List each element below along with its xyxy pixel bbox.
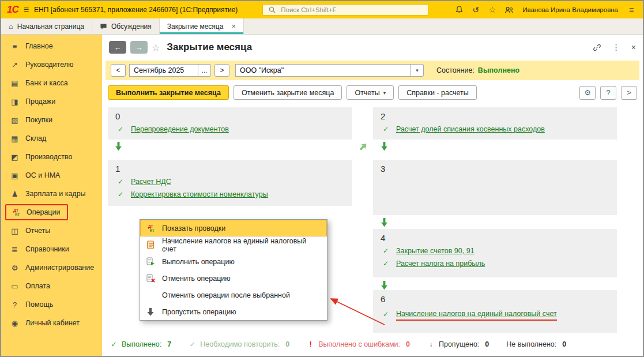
operation-link-income-tax[interactable]: Расчет налога на прибыль — [396, 260, 485, 268]
menu-item-skip-operation[interactable]: Пропустить операцию — [140, 303, 327, 320]
status-value: 7 — [167, 340, 171, 348]
run-operation-icon — [145, 257, 156, 266]
help-question-button[interactable]: ? — [600, 86, 616, 100]
next-period-button[interactable]: > — [214, 64, 229, 77]
favorite-star-icon[interactable]: ☆ — [152, 42, 160, 53]
menu-item-cancel-after-selected[interactable]: Отменить операции после выбранной — [140, 287, 327, 303]
history-icon[interactable]: ↺ — [470, 5, 481, 14]
sidebar-item-purchases[interactable]: ▧Покупки — [1, 111, 102, 129]
status-not-done: Не выполнено:0 — [506, 340, 566, 348]
search-input[interactable] — [281, 6, 424, 13]
account-icon: ◉ — [10, 319, 20, 328]
menu-item-cancel-operation[interactable]: Отменить операцию — [140, 270, 327, 287]
organization-input[interactable] — [235, 64, 411, 77]
flow-down-arrow-icon — [381, 142, 388, 151]
tab-close-icon[interactable]: × — [231, 22, 236, 31]
status-skipped: ↓ Пропущено:0 — [427, 340, 489, 348]
search-icon — [266, 6, 278, 13]
operation-link-close-accounts[interactable]: Закрытие счетов 90, 91 — [396, 247, 474, 255]
sidebar-item-catalogs[interactable]: ≣Справочники — [1, 240, 102, 258]
operation-row: ✓ Расчет долей списания косвенных расход… — [373, 123, 617, 136]
sidebar-item-warehouse[interactable]: ▦Склад — [1, 129, 102, 148]
more-menu-icon[interactable]: ⋮ — [612, 43, 620, 52]
sidebar-item-label: Справочники — [25, 245, 69, 253]
stage-number: 0 — [108, 107, 352, 123]
status-errors: ! Выполнено с ошибками:0 — [307, 340, 410, 348]
status-label: Пропущено: — [439, 340, 479, 348]
tab-home[interactable]: ⌂ Начальная страница — [1, 18, 92, 34]
app-window: 1С ≡ ЕНП [абонент 565371, приложение 246… — [0, 0, 644, 357]
state-label: Состояние: — [436, 66, 474, 74]
menu-item-run-operation[interactable]: Выполнить операцию — [140, 253, 327, 270]
flow-down-arrow-icon — [381, 281, 388, 290]
global-search[interactable] — [262, 4, 428, 16]
operation-link-vat[interactable]: Расчет НДС — [131, 178, 171, 186]
sidebar-item-fixed-assets[interactable]: ▣ОС и НМА — [1, 166, 102, 185]
status-label: Необходимо повторить: — [200, 340, 280, 348]
main-menu-icon[interactable]: ≡ — [24, 5, 29, 15]
get-link-icon[interactable] — [593, 43, 601, 52]
operation-row: ✓ Перепроведение документов — [108, 123, 352, 136]
organization-dropdown-icon[interactable]: ▾ — [411, 64, 424, 77]
main-area: ← → ☆ Закрытие месяца ⋮ × < ... > ▾ Сост — [102, 35, 643, 356]
notifications-bell-icon[interactable] — [453, 6, 465, 14]
sidebar-item-label: Руководителю — [25, 61, 73, 69]
sidebar-item-label: Покупки — [25, 116, 52, 124]
cancel-month-closing-button[interactable]: Отменить закрытие месяца — [234, 85, 342, 100]
assets-icon: ▣ — [10, 171, 20, 180]
sidebar-item-manager[interactable]: ↗Руководителю — [1, 55, 102, 74]
menu-item-label: Начисление налогов на единый налоговый с… — [162, 237, 320, 253]
period-field-group: ... — [129, 64, 211, 77]
cancel-operation-icon — [145, 274, 156, 283]
expand-panel-button[interactable]: > — [621, 86, 637, 100]
current-user-name[interactable]: Иванова Ирина Владимировна — [522, 6, 618, 13]
period-picker-button[interactable]: ... — [198, 64, 211, 77]
sidebar-item-administration[interactable]: ⚙Администрирование — [1, 258, 102, 277]
sidebar-item-main[interactable]: ≡Главное — [1, 37, 102, 55]
previous-period-button[interactable]: < — [111, 64, 126, 77]
tab-month-closing[interactable]: Закрытие месяца × — [160, 18, 244, 34]
sidebar-item-reports[interactable]: ◫Отчеты — [1, 221, 102, 240]
stage-number: 6 — [373, 290, 617, 306]
main-icon: ≡ — [10, 42, 20, 51]
flow-diagonal-arrow-icon — [357, 141, 370, 153]
sidebar-item-personal-account[interactable]: ◉Личный кабинет — [1, 314, 102, 332]
forward-button[interactable]: → — [130, 41, 148, 54]
period-input[interactable] — [129, 64, 198, 77]
close-form-icon[interactable]: × — [631, 43, 636, 52]
tab-label: Обсуждения — [111, 22, 152, 31]
operation-link-indirect-costs[interactable]: Расчет долей списания косвенных расходов — [396, 125, 545, 133]
sidebar-item-label: Помощь — [25, 300, 53, 309]
sidebar-item-salary[interactable]: ♟Зарплата и кадры — [1, 185, 102, 203]
action-bar: Выполнить закрытие месяца Отменить закры… — [108, 85, 637, 100]
tune-settings-icon[interactable]: ≡ — [626, 5, 637, 14]
run-month-closing-button[interactable]: Выполнить закрытие месяца — [108, 85, 229, 100]
check-icon: ✓ — [110, 340, 118, 348]
sales-icon: ◨ — [10, 97, 20, 106]
sidebar-item-help[interactable]: ?Помощь — [1, 295, 102, 314]
tab-discussions[interactable]: Обсуждения — [92, 18, 160, 34]
operation-link-unified-tax[interactable]: Начисление налогов на единый налоговый с… — [396, 310, 557, 318]
annotation-red-underline: Начисление налогов на единый налоговый с… — [396, 308, 557, 321]
sidebar-item-payment[interactable]: ▭Оплата — [1, 277, 102, 295]
favorites-star-icon[interactable]: ☆ — [487, 5, 498, 14]
closing-stage-3: 3 — [373, 160, 617, 215]
reports-icon: ◫ — [10, 227, 20, 235]
sidebar-item-operations[interactable]: ДтКт Операции — [5, 204, 68, 220]
users-icon[interactable] — [503, 6, 515, 14]
form-settings-gear-button[interactable]: ⚙ — [579, 86, 596, 100]
menu-item-label: Выполнить операцию — [162, 258, 235, 266]
certificates-calculations-button[interactable]: Справки - расчеты — [398, 85, 477, 100]
operation-link-cost-adjustment[interactable]: Корректировка стоимости номенклатуры — [131, 190, 268, 198]
menu-item-show-postings[interactable]: ДтКт Показать проводки — [140, 220, 327, 236]
organization-field-group: ▾ — [235, 64, 424, 77]
reports-dropdown-button[interactable]: Отчеты ▾ — [347, 85, 394, 100]
sidebar-item-production[interactable]: ◩Производство — [1, 148, 102, 166]
operation-link-reposting[interactable]: Перепроведение документов — [131, 125, 229, 133]
sidebar-item-label: Администрирование — [25, 264, 94, 272]
sidebar-item-sales[interactable]: ◨Продажи — [1, 92, 102, 111]
sidebar-item-bank[interactable]: ▤Банк и касса — [1, 74, 102, 92]
menu-item-tax-accrual[interactable]: Начисление налогов на единый налоговый с… — [140, 236, 327, 253]
back-button[interactable]: ← — [109, 41, 126, 54]
check-icon: ✓ — [189, 340, 196, 348]
